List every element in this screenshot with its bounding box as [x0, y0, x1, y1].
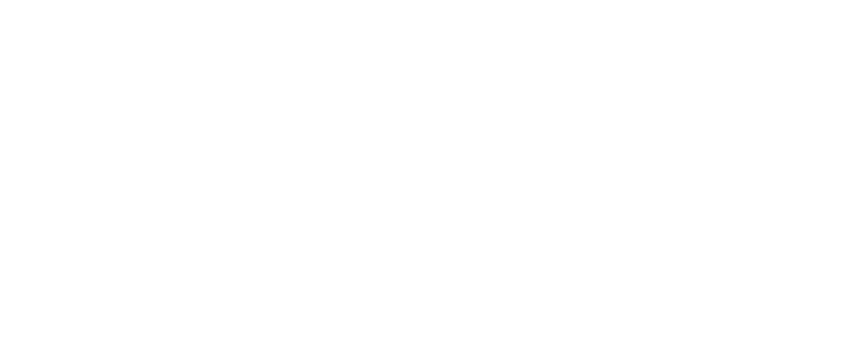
uml-class-diagram: { "footer": "Powered by yFiles", "nodes"… — [0, 0, 868, 343]
edge-layer — [0, 0, 868, 343]
